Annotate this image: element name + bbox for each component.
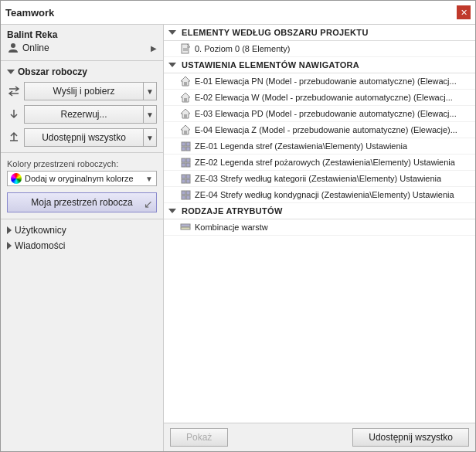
tree-item-text: E-04 Elewacja Z (Model - przebudowanie a… (195, 125, 457, 134)
share-all-button[interactable]: Udostępnij wszystko (24, 128, 143, 147)
tree-item[interactable]: 0. Poziom 0 (8 Elementy) (164, 41, 475, 57)
reserve-button[interactable]: Rezerwuj... (24, 105, 143, 124)
user-expand-icon[interactable]: ▶ (151, 44, 157, 53)
svg-rect-19 (186, 163, 190, 167)
svg-rect-7 (184, 98, 187, 102)
tree-item[interactable]: E-01 Elewacja PN (Model - przebudowanie … (164, 73, 475, 90)
user-section: Balint Reka Online ▶ (1, 25, 163, 57)
grid-icon (179, 140, 192, 152)
svg-rect-12 (182, 142, 185, 146)
messages-label: Wiadomości (15, 240, 65, 251)
color-label: Kolory przestrzeni roboczych: (7, 159, 157, 168)
svg-rect-13 (186, 142, 190, 146)
section-group-label: USTAWIENIA ELEMENTÓW NAWIGATORA (182, 60, 359, 70)
svg-rect-11 (184, 131, 187, 134)
tree-item[interactable]: Kombinacje warstw (164, 219, 475, 236)
tree-item[interactable]: ZE-02 Legenda stref pożarowych (Zestawie… (164, 155, 475, 171)
tree-item-text: ZE-02 Legenda stref pożarowych (Zestawie… (195, 158, 455, 167)
section-collapse-icon (168, 30, 176, 35)
share-all-footer-button[interactable]: Udostępnij wszystko (352, 428, 469, 447)
reserve-dropdown[interactable]: ▼ (143, 105, 157, 124)
user-status-text: Online (22, 42, 49, 53)
svg-rect-23 (186, 179, 190, 183)
reserve-btn-group: Rezerwuj... ▼ (24, 105, 157, 124)
send-receive-row: Wyślij i pobierz ▼ (1, 80, 163, 103)
tree-item-text: E-02 Elewacja W (Model - przebudowanie a… (195, 93, 453, 102)
users-label: Użytkownicy (15, 225, 66, 236)
tree-item[interactable]: E-04 Elewacja Z (Model - przebudowanie a… (164, 122, 475, 138)
layers-icon (179, 221, 192, 233)
svg-rect-9 (184, 114, 187, 118)
tree-item[interactable]: ZE-03 Strefy według kategorii (Zestawien… (164, 171, 475, 187)
tree-item[interactable]: E-02 Elewacja W (Model - przebudowanie a… (164, 90, 475, 106)
svg-rect-14 (182, 147, 185, 151)
building-icon (179, 91, 192, 104)
area-collapse-icon (7, 70, 15, 74)
grid-icon (179, 156, 192, 168)
share-all-dropdown[interactable]: ▼ (143, 128, 157, 147)
tree-item[interactable]: ZE-04 Strefy według kondygnacji (Zestawi… (164, 187, 475, 203)
close-button[interactable]: ✕ (457, 5, 471, 19)
user-status-row: Online ▶ (7, 42, 157, 54)
tree-item-text: 0. Poziom 0 (8 Elementy) (195, 44, 291, 53)
title-bar: Teamwork ✕ (1, 1, 475, 25)
color-dropdown-text: Dodaj w oryginalnym kolorze (25, 174, 142, 183)
tree-item-text: E-01 Elewacja PN (Model - przebudowanie … (195, 76, 457, 86)
send-receive-btn-group: Wyślij i pobierz ▼ (24, 82, 157, 100)
svg-rect-29 (181, 227, 190, 229)
main-content: Balint Reka Online ▶ O (1, 25, 475, 451)
svg-rect-15 (186, 147, 190, 151)
user-status-left: Online (7, 42, 49, 54)
user-icon (7, 42, 19, 54)
color-wheel-icon (11, 173, 22, 184)
building-icon (179, 75, 192, 87)
send-receive-button[interactable]: Wyślij i pobierz (24, 82, 143, 100)
svg-rect-16 (182, 158, 185, 162)
section-header-navigator-elements[interactable]: USTAWIENIA ELEMENTÓW NAWIGATORA (164, 57, 475, 73)
right-panel: ELEMENTY WEDŁUG OBSZARU PROJEKTU 0. Pozi… (164, 25, 475, 451)
building-icon (179, 124, 192, 136)
reserve-icon (7, 107, 21, 121)
svg-rect-17 (186, 158, 190, 162)
svg-point-0 (11, 43, 15, 48)
section-header-attribute-types[interactable]: RODZAJE ATRYBUTÓW (164, 203, 475, 219)
section-collapse-icon (168, 209, 176, 213)
area-section-label: Obszar roboczy (18, 66, 87, 77)
color-dropdown[interactable]: Dodaj w oryginalnym kolorze ▼ (7, 171, 157, 186)
svg-rect-20 (182, 175, 185, 178)
document-icon (179, 42, 192, 55)
color-dropdown-arrow: ▼ (145, 175, 153, 183)
workspace-button[interactable]: Moja przestrzeń robocza ↙ (7, 192, 157, 212)
tree-item[interactable]: ZE-01 Legenda stref (Zestawienia\Element… (164, 138, 475, 155)
section-group-label: RODZAJE ATRYBUTÓW (182, 206, 283, 216)
separator-1 (1, 60, 163, 61)
share-all-icon (7, 131, 21, 144)
share-all-footer-label: Udostępnij wszystko (369, 432, 453, 443)
svg-rect-27 (186, 195, 190, 199)
tree-item-text: ZE-01 Legenda stref (Zestawienia\Element… (195, 141, 407, 151)
section-collapse-icon (168, 63, 176, 67)
separator-3 (1, 219, 163, 219)
show-button-label: Pokaż (186, 432, 212, 443)
users-item[interactable]: Użytkownicy (1, 223, 163, 238)
messages-item[interactable]: Wiadomości (1, 238, 163, 253)
show-button[interactable]: Pokaż (170, 428, 228, 447)
tree-item-text: ZE-04 Strefy według kondygnacji (Zestawi… (195, 190, 454, 199)
tree-item-text: E-03 Elewacja PD (Model - przebudowanie … (195, 109, 457, 118)
cursor-icon: ↙ (144, 198, 153, 210)
building-icon (179, 107, 192, 120)
svg-rect-22 (182, 179, 185, 183)
user-name: Balint Reka (7, 29, 157, 40)
grid-icon (179, 172, 192, 185)
workspace-button-label: Moja przestrzeń robocza (31, 197, 132, 208)
right-scroll-area[interactable]: ELEMENTY WEDŁUG OBSZARU PROJEKTU 0. Pozi… (164, 25, 475, 423)
tree-item-text: ZE-03 Strefy według kategorii (Zestawien… (195, 174, 441, 183)
section-header-elements-by-area[interactable]: ELEMENTY WEDŁUG OBSZARU PROJEKTU (164, 25, 475, 41)
send-receive-dropdown[interactable]: ▼ (143, 82, 157, 100)
svg-rect-25 (186, 191, 190, 195)
svg-rect-21 (186, 175, 190, 178)
tree-item[interactable]: E-03 Elewacja PD (Model - przebudowanie … (164, 106, 475, 122)
separator-2 (1, 152, 163, 153)
area-section-header[interactable]: Obszar roboczy (1, 64, 163, 80)
window-title: Teamwork (5, 7, 54, 19)
